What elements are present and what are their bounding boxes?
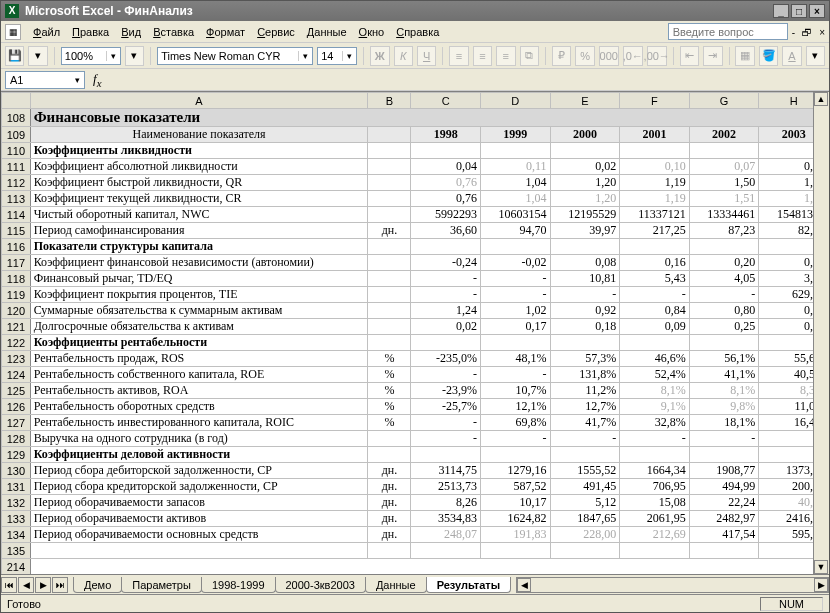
- cell-unit[interactable]: %: [368, 415, 411, 431]
- column-header-B[interactable]: B: [368, 93, 411, 109]
- cell-value[interactable]: [620, 543, 690, 559]
- cell-value[interactable]: 12,7%: [550, 399, 620, 415]
- cell-value[interactable]: 2513,73: [411, 479, 481, 495]
- row-header-122[interactable]: 122: [2, 335, 31, 351]
- row-header-117[interactable]: 117: [2, 255, 31, 271]
- row-header-127[interactable]: 127: [2, 415, 31, 431]
- cell-value[interactable]: 11,2%: [550, 383, 620, 399]
- decrease-decimal-icon[interactable]: ,00→: [647, 46, 667, 66]
- row-header-118[interactable]: 118: [2, 271, 31, 287]
- close-button[interactable]: ×: [809, 4, 825, 18]
- cell-name[interactable]: Период сбора дебиторской задолженности, …: [30, 463, 368, 479]
- cell-value[interactable]: -: [550, 431, 620, 447]
- menu-Файл[interactable]: Файл: [27, 24, 66, 40]
- row-header-135[interactable]: 135: [2, 543, 31, 559]
- row-header-125[interactable]: 125: [2, 383, 31, 399]
- cell-value[interactable]: 1664,34: [620, 463, 690, 479]
- cell-value[interactable]: 212,69: [620, 527, 690, 543]
- cell-unit[interactable]: [368, 175, 411, 191]
- cell-name[interactable]: Рентабельность активов, ROA: [30, 383, 368, 399]
- cell-value[interactable]: 36,60: [411, 223, 481, 239]
- row-header-114[interactable]: 114: [2, 207, 31, 223]
- column-header-G[interactable]: G: [689, 93, 759, 109]
- row-header-112[interactable]: 112: [2, 175, 31, 191]
- cell-value[interactable]: [411, 447, 481, 463]
- row-header-131[interactable]: 131: [2, 479, 31, 495]
- tab-nav-first-icon[interactable]: ⏮: [1, 577, 17, 593]
- row-header-109[interactable]: 109: [2, 127, 31, 143]
- cell-value[interactable]: 0,20: [689, 255, 759, 271]
- cell-name[interactable]: Коэффициент текущей ликвидности, CR: [30, 191, 368, 207]
- sheet-tab[interactable]: Результаты: [426, 577, 511, 593]
- font-size-combo[interactable]: ▾: [317, 47, 357, 65]
- menu-Вставка[interactable]: Вставка: [147, 24, 200, 40]
- cell-value[interactable]: 1279,16: [480, 463, 550, 479]
- chevron-down-icon[interactable]: ▾: [342, 51, 356, 61]
- cell-value[interactable]: -0,02: [480, 255, 550, 271]
- cell-value[interactable]: [480, 239, 550, 255]
- sheet-tab[interactable]: Параметры: [121, 577, 202, 593]
- cell-value[interactable]: 0,10: [620, 159, 690, 175]
- cell-value[interactable]: [411, 543, 481, 559]
- cell-name[interactable]: Долгосрочные обязательства к активам: [30, 319, 368, 335]
- cell-value[interactable]: 12195529: [550, 207, 620, 223]
- cell-value[interactable]: 10,17: [480, 495, 550, 511]
- cell-value[interactable]: 9,1%: [620, 399, 690, 415]
- cell-name[interactable]: Коэффициент абсолютной ликвидности: [30, 159, 368, 175]
- cell-value[interactable]: -: [411, 415, 481, 431]
- cell-value[interactable]: 0,92: [550, 303, 620, 319]
- cell-value[interactable]: -: [620, 287, 690, 303]
- menu-Окно[interactable]: Окно: [353, 24, 391, 40]
- cell-name[interactable]: Выручка на одного сотрудника (в год): [30, 431, 368, 447]
- horizontal-scrollbar[interactable]: ◀ ▶: [516, 577, 829, 593]
- cell-value[interactable]: 1,50: [689, 175, 759, 191]
- cell-name[interactable]: Коэффициенты рентабельности: [30, 335, 368, 351]
- cell-value[interactable]: 0,17: [480, 319, 550, 335]
- cell-value[interactable]: 22,24: [689, 495, 759, 511]
- cell-unit[interactable]: дн.: [368, 463, 411, 479]
- cell-unit[interactable]: [368, 431, 411, 447]
- cell-value[interactable]: [411, 335, 481, 351]
- column-header-C[interactable]: C: [411, 93, 481, 109]
- cell-name[interactable]: Чистый оборотный капитал, NWC: [30, 207, 368, 223]
- cell-value[interactable]: 32,8%: [620, 415, 690, 431]
- cell-unit[interactable]: дн.: [368, 527, 411, 543]
- menu-Формат[interactable]: Формат: [200, 24, 251, 40]
- cell-value[interactable]: [620, 335, 690, 351]
- cell-value[interactable]: 12,1%: [480, 399, 550, 415]
- cell-value[interactable]: 1908,77: [689, 463, 759, 479]
- cell-value[interactable]: [480, 447, 550, 463]
- doc-minimize-button[interactable]: -: [792, 27, 795, 38]
- cell-value[interactable]: -: [689, 431, 759, 447]
- cell-unit[interactable]: %: [368, 367, 411, 383]
- cell-unit[interactable]: [368, 335, 411, 351]
- cell-unit[interactable]: дн.: [368, 223, 411, 239]
- cell-unit[interactable]: [368, 543, 411, 559]
- vertical-scrollbar[interactable]: ▲ ▼: [813, 92, 829, 574]
- cell-name[interactable]: Показатели структуры капитала: [30, 239, 368, 255]
- maximize-button[interactable]: □: [791, 4, 807, 18]
- cell-value[interactable]: 5992293: [411, 207, 481, 223]
- row-header-108[interactable]: 108: [2, 109, 31, 127]
- column-header-D[interactable]: D: [480, 93, 550, 109]
- cell-value[interactable]: [550, 143, 620, 159]
- cell-value[interactable]: 9,8%: [689, 399, 759, 415]
- cell-value[interactable]: 706,95: [620, 479, 690, 495]
- cell-value[interactable]: 0,80: [689, 303, 759, 319]
- cell-value[interactable]: 2482,97: [689, 511, 759, 527]
- zoom-combo[interactable]: ▾: [61, 47, 121, 65]
- borders-icon[interactable]: ▦: [735, 46, 754, 66]
- cell-name[interactable]: Коэффициенты деловой активности: [30, 447, 368, 463]
- cell-value[interactable]: -: [480, 271, 550, 287]
- cell-value[interactable]: -: [480, 287, 550, 303]
- toolbar-options-icon[interactable]: ▾: [125, 46, 144, 66]
- scroll-right-icon[interactable]: ▶: [814, 578, 828, 592]
- scroll-down-icon[interactable]: ▼: [814, 560, 828, 574]
- cell-value[interactable]: 2061,95: [620, 511, 690, 527]
- cell-value[interactable]: 69,8%: [480, 415, 550, 431]
- save-icon[interactable]: 💾: [5, 46, 24, 66]
- cell-value[interactable]: 41,7%: [550, 415, 620, 431]
- cell-value[interactable]: [480, 335, 550, 351]
- currency-icon[interactable]: ₽: [552, 46, 571, 66]
- cell-value[interactable]: 1,20: [550, 175, 620, 191]
